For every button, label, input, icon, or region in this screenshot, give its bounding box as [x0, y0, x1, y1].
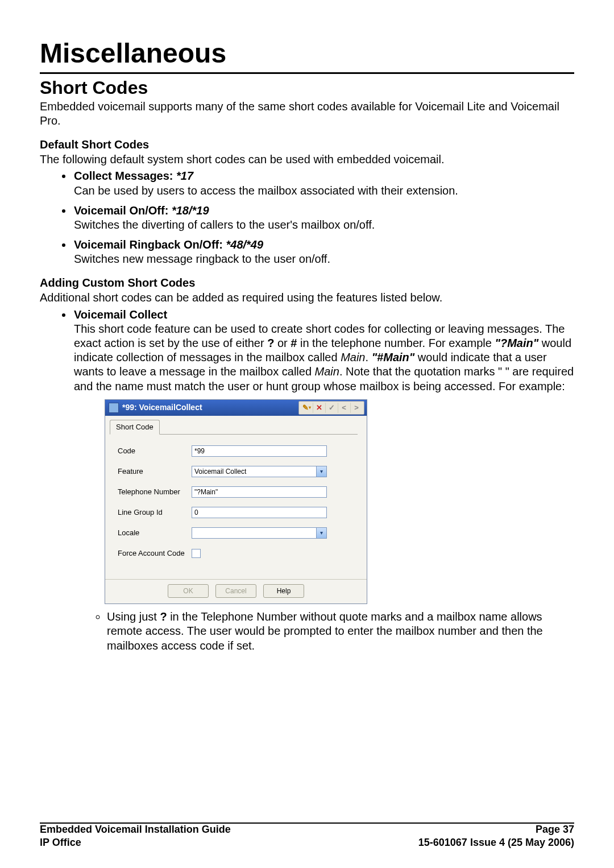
new-icon[interactable]: ✎▾	[301, 403, 312, 413]
subheading-custom-codes: Adding Custom Short Codes	[40, 276, 574, 290]
feature-select[interactable]: Voicemail Collect ▾	[192, 466, 327, 477]
tab-short-code[interactable]: Short Code	[110, 420, 160, 435]
footer-left: Embedded Voicemail Installation Guide IP…	[40, 823, 231, 849]
item-label: Voicemail Ringback On/Off:	[74, 238, 223, 251]
item-desc: Switches new message ringback to the use…	[74, 253, 330, 265]
item-desc: Can be used by users to access the mailb…	[74, 184, 458, 197]
page-footer: Embedded Voicemail Installation Guide IP…	[40, 823, 574, 849]
subheading-default-codes: Default Short Codes	[40, 138, 574, 151]
telephone-number-input[interactable]	[192, 486, 327, 498]
list-item: Voicemail On/Off: *18/*19 Switches the d…	[73, 204, 574, 232]
item-code: *18/*19	[172, 204, 209, 217]
force-account-code-checkbox[interactable]	[192, 549, 201, 558]
footer-right: Page 37 15-601067 Issue 4 (25 May 2006)	[418, 823, 574, 849]
custom-intro: Additional short codes can be added as r…	[40, 291, 574, 305]
label-force-account-code: Force Account Code	[118, 549, 192, 557]
check-icon[interactable]: ✓	[325, 403, 337, 413]
default-codes-list: Collect Messages: *17 Can be used by use…	[40, 169, 574, 266]
vm-collect-text: This short code feature can be used to c…	[74, 323, 574, 392]
prev-icon[interactable]: <	[338, 403, 350, 413]
label-locale: Locale	[118, 528, 192, 538]
item-label: Collect Messages:	[74, 170, 173, 182]
list-item: Collect Messages: *17 Can be used by use…	[73, 169, 574, 197]
app-icon	[109, 403, 119, 413]
custom-codes-list: Voicemail Collect This short code featur…	[40, 308, 574, 653]
item-label: Voicemail Collect	[74, 308, 167, 321]
chevron-down-icon: ▾	[316, 528, 326, 538]
label-code: Code	[118, 447, 192, 456]
line-group-id-input[interactable]	[192, 507, 327, 518]
label-feature: Feature	[118, 467, 192, 476]
default-intro: The following default system short codes…	[40, 152, 574, 167]
toolbar: ✎▾ ✕ ✓ < >	[298, 401, 364, 415]
dialog-tabs: Short Code	[105, 416, 367, 435]
next-icon[interactable]: >	[350, 403, 362, 413]
chevron-down-icon: ▾	[316, 466, 326, 477]
section-title-h2: Short Codes	[40, 77, 574, 98]
list-item: Voicemail Ringback On/Off: *48/*49 Switc…	[73, 238, 574, 266]
sub-bullets: Using just ? in the Telephone Number wit…	[74, 610, 574, 653]
dialog-button-row: OK Cancel Help	[105, 579, 367, 604]
intro-paragraph: Embedded voicemail supports many of the …	[40, 100, 574, 128]
list-item: Using just ? in the Telephone Number wit…	[107, 610, 574, 653]
rule-under-h1	[40, 72, 574, 74]
item-label: Voicemail On/Off:	[74, 204, 168, 217]
list-item-voicemail-collect: Voicemail Collect This short code featur…	[73, 308, 574, 653]
code-input[interactable]	[192, 445, 327, 457]
ok-button[interactable]: OK	[168, 584, 209, 598]
dialog-title: *99: VoicemailCollect	[122, 403, 202, 413]
help-button[interactable]: Help	[263, 584, 304, 598]
label-telephone-number: Telephone Number	[118, 487, 192, 497]
locale-select[interactable]: ▾	[192, 527, 327, 539]
item-code: *48/*49	[226, 238, 263, 251]
cancel-button[interactable]: Cancel	[215, 584, 256, 598]
page: Miscellaneous Short Codes Embedded voice…	[0, 0, 614, 868]
dialog-titlebar: *99: VoicemailCollect ✎▾ ✕ ✓ < >	[105, 400, 367, 416]
short-code-dialog: *99: VoicemailCollect ✎▾ ✕ ✓ < > Short C…	[105, 399, 367, 604]
page-title-h1: Miscellaneous	[40, 39, 574, 69]
item-desc: Switches the diverting of callers to the…	[74, 218, 375, 231]
label-line-group-id: Line Group Id	[118, 508, 192, 517]
close-icon[interactable]: ✕	[313, 403, 325, 413]
dialog-form: Code Feature Voicemail Collect ▾ Telepho…	[105, 435, 367, 573]
item-code: *17	[176, 170, 193, 182]
